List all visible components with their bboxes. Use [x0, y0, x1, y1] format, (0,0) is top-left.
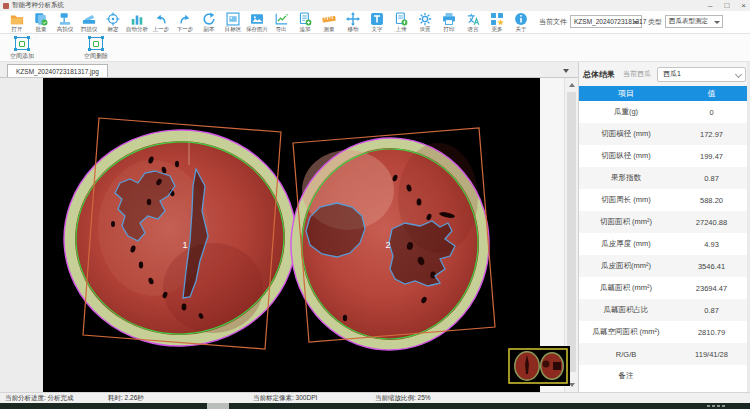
- results-table-body: 瓜重(g)0切面横径 (mm)172.97切面纵径 (mm)199.47果形指数…: [579, 101, 750, 387]
- current-file-combobox[interactable]: KZSM_20240723181317: [570, 15, 642, 28]
- toolbar-button-append[interactable]: 追加: [293, 12, 317, 33]
- toolbar-button-doc-camera[interactable]: 高拍仪: [53, 12, 77, 33]
- toolbar-button-next-step[interactable]: 下一步: [173, 12, 197, 33]
- toolbar-button-label: 下一步: [177, 26, 194, 32]
- table-row: 切面横径 (mm)172.97: [579, 123, 750, 145]
- row-value: 119/41/28: [673, 343, 750, 365]
- type-label: 类型: [648, 17, 662, 27]
- toolbar-button-upload[interactable]: 上传: [389, 12, 413, 33]
- row-value: 4.93: [673, 233, 750, 255]
- bar-chart-icon: [130, 12, 144, 26]
- doc-camera-icon: [58, 12, 72, 26]
- toolbar-button-text[interactable]: 文字: [365, 12, 389, 33]
- table-row: 瓜皮厚度 (mm)4.93: [579, 233, 750, 255]
- language-icon: [466, 12, 480, 26]
- scroll-up-icon[interactable]: [569, 83, 575, 87]
- region-toolbar: 空间添加 空间删除: [0, 34, 750, 62]
- results-panel: 总体结果 当前西瓜 西瓜1 项目 值 瓜重(g)0切面横径 (mm)172.97…: [578, 62, 750, 392]
- toolbar-button-language[interactable]: 语言: [461, 12, 485, 33]
- chevron-down-icon: [735, 70, 742, 77]
- toolbar-button-label: 批量: [35, 26, 46, 32]
- region-add-icon: [15, 37, 29, 50]
- toolbar-button-settings[interactable]: 设置: [413, 12, 437, 33]
- toolbar-button-scanner[interactable]: 扫描仪: [77, 12, 101, 33]
- move-cross-icon: [346, 12, 360, 26]
- status-dpi: 当前标定像素: 300DPI: [253, 394, 317, 403]
- maximize-button[interactable]: □: [724, 0, 729, 11]
- status-elapsed: 耗时: 2.26秒: [108, 394, 144, 403]
- table-row: 瓜瓤面积 (mm²)23694.47: [579, 277, 750, 299]
- toolbar-button-label: 副本: [203, 26, 214, 32]
- tab-bar: KZSM_20240723181317.jpg: [0, 62, 578, 78]
- toolbar-button-prev-step[interactable]: 上一步: [149, 12, 173, 33]
- tab-image-file[interactable]: KZSM_20240723181317.jpg: [7, 64, 108, 77]
- toolbar-button-target-area[interactable]: 目标区: [221, 12, 245, 33]
- grid-star-icon: [490, 12, 504, 26]
- printer-icon: [442, 12, 456, 26]
- scrollbar-thumb[interactable]: [567, 92, 576, 372]
- row-label: R/G/B: [579, 343, 673, 365]
- toolbar-button-label: 上一步: [153, 26, 170, 32]
- thumbnail-image: [506, 346, 570, 386]
- taskbar-clock-area: [707, 405, 725, 407]
- row-label: 切面面积 (mm²): [579, 211, 673, 233]
- toolbar-button-auto-analyze[interactable]: 自动分析: [125, 12, 149, 33]
- toolbar-button-print[interactable]: 打印: [437, 12, 461, 33]
- region-delete-button[interactable]: 空间删除: [84, 37, 108, 61]
- current-melon-select[interactable]: 西瓜1: [657, 67, 746, 82]
- toolbar-button-open[interactable]: 打开: [5, 12, 29, 33]
- doc-upload-icon: [394, 12, 408, 26]
- region-add-button[interactable]: 空间添加: [10, 37, 34, 61]
- results-title: 总体结果: [583, 69, 615, 80]
- canvas-gap: [540, 78, 564, 392]
- toolbar-button-move[interactable]: 移动: [341, 12, 365, 33]
- table-row: 果形指数0.87: [579, 167, 750, 189]
- toolbar-button-label: 高拍仪: [57, 26, 74, 32]
- toolbar-button-duplicate[interactable]: 副本: [197, 12, 221, 33]
- toolbar-button-more[interactable]: 更多: [485, 12, 509, 33]
- toolbar-button-measure[interactable]: 测量: [317, 12, 341, 33]
- row-label: 切面周长 (mm): [579, 189, 673, 211]
- row-value: 588.20: [673, 189, 750, 211]
- toolbar-button-label: 打开: [11, 26, 22, 32]
- minimize-button[interactable]: –: [708, 0, 712, 11]
- row-value: 0.87: [673, 167, 750, 189]
- toolbar-button-label: 标定: [107, 26, 118, 32]
- toolbar-button-save-image[interactable]: 保存图片: [245, 12, 269, 33]
- melon-1-label: 1: [182, 240, 187, 250]
- table-row: 瓜皮面积(mm²)3546.41: [579, 255, 750, 277]
- row-label: 瓜瓤面积占比: [579, 299, 673, 321]
- row-label: 切面横径 (mm): [579, 123, 673, 145]
- row-value: 3546.41: [673, 255, 750, 277]
- toolbar-button-batch[interactable]: 批量: [29, 12, 53, 33]
- tab-list-dropdown-button[interactable]: [560, 66, 572, 75]
- row-label: 瓜瓤空间面积 (mm²): [579, 321, 673, 343]
- doc-plus-icon: [298, 12, 312, 26]
- toolbar-button-export[interactable]: 导出: [269, 12, 293, 33]
- overview-thumbnail[interactable]: [506, 346, 570, 386]
- title-bar: 智能考种分析系统 – □ ×: [0, 0, 750, 11]
- row-value: 27240.88: [673, 211, 750, 233]
- row-value: 23694.47: [673, 277, 750, 299]
- row-value: 0: [673, 101, 750, 123]
- toolbar-button-label: 上传: [395, 26, 406, 32]
- status-zoom: 当前缩放比例: 25%: [375, 394, 431, 403]
- column-header-value: 值: [673, 86, 750, 101]
- taskbar-sliver: [0, 403, 750, 409]
- canvas-left-margin: [0, 78, 43, 392]
- type-combobox[interactable]: 西瓜表型测定: [665, 15, 723, 28]
- window-title: 智能考种分析系统: [12, 1, 64, 10]
- row-label: 瓜皮厚度 (mm): [579, 233, 673, 255]
- toolbar-button-calibrate[interactable]: 标定: [101, 12, 125, 33]
- canvas-vertical-scrollbar[interactable]: [564, 78, 578, 392]
- table-row: R/G/B119/41/28: [579, 343, 750, 365]
- image-canvas[interactable]: 1: [43, 78, 540, 392]
- close-button[interactable]: ×: [741, 0, 746, 11]
- toolbar-button-about[interactable]: 关于: [509, 12, 533, 33]
- status-progress: 当前分析进度: 分析完成: [5, 394, 74, 403]
- refresh-icon: [202, 12, 216, 26]
- table-row: 瓜瓤空间面积 (mm²)2810.79: [579, 321, 750, 343]
- table-row: 切面面积 (mm²)27240.88: [579, 211, 750, 233]
- redo-arrow-icon: [178, 12, 192, 26]
- table-row: 瓜瓤面积占比0.87: [579, 299, 750, 321]
